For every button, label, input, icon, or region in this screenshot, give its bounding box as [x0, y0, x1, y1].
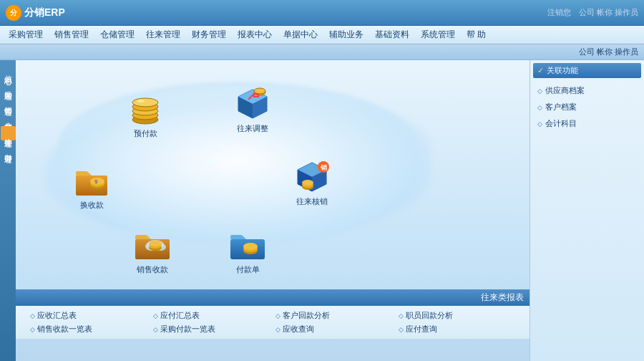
svg-text:销: 销	[320, 164, 328, 171]
logout-text[interactable]: 注销您	[547, 8, 571, 16]
sidebar-item-transactions[interactable]: 往来管理	[1, 126, 16, 140]
logo: 分 分销ERP	[6, 5, 65, 21]
quick-functions-header: 关联功能	[533, 63, 641, 78]
link-staff-payment[interactable]: 职员回款分析	[399, 310, 516, 321]
quick-func-supplier[interactable]: 供应商档案	[533, 82, 641, 99]
main-layout: 信息中心 采购管理 销售管理 仓储管理 往来管理 财务管理	[0, 60, 644, 361]
svg-point-11	[254, 88, 265, 94]
link-purchase-payment-list[interactable]: 采购付款一览表	[153, 324, 270, 334]
quick-functions-label: 关联功能	[547, 65, 578, 76]
collect-label: 换收款	[80, 200, 104, 211]
link-receivable-summary[interactable]: 应收汇总表	[30, 310, 147, 321]
verify-label: 往来核销	[296, 196, 328, 207]
menubar: 采购管理 销售管理 仓储管理 往来管理 财务管理 报表中心 单据中心 辅助业务 …	[0, 26, 644, 44]
verify-icon-img: 销	[293, 160, 331, 195]
table-header-label: 往来类报表	[481, 292, 524, 302]
menu-item-help[interactable]: 帮 助	[461, 27, 492, 43]
payment-label: 付款单	[236, 264, 260, 275]
interchange-icon[interactable]: 往来调整	[234, 87, 271, 134]
prepay-icon-img	[127, 92, 164, 127]
collect-icon[interactable]: $ 换收款	[73, 164, 110, 211]
menu-item-assist[interactable]: 辅助业务	[323, 27, 369, 43]
diagram-area: 预付款	[16, 60, 530, 282]
right-panel: 关联功能 供应商档案 客户档案 会计科目	[530, 60, 644, 361]
verify-icon[interactable]: 销 往来核销	[293, 160, 331, 207]
menu-item-system[interactable]: 系统管理	[415, 27, 461, 43]
logo-icon: 分	[6, 5, 21, 21]
link-receivable-query[interactable]: 应收查询	[275, 324, 393, 334]
prepay-label: 预付款	[134, 128, 157, 139]
menu-item-base[interactable]: 基础资料	[369, 27, 415, 43]
payment-icon-img	[229, 228, 266, 263]
header-right: 注销您 公司 帐你 操作员	[547, 7, 638, 18]
svg-point-34	[149, 241, 162, 246]
menu-item-documents[interactable]: 单据中心	[278, 27, 323, 43]
link-payable-summary[interactable]: 应付汇总表	[153, 310, 270, 321]
sidebar-item-sales[interactable]: 销售管理	[1, 95, 16, 109]
svg-point-26	[302, 180, 313, 186]
link-customer-payment[interactable]: 客户回款分析	[275, 310, 393, 321]
quick-func-customer[interactable]: 客户档案	[533, 99, 641, 115]
sidebar-item-info[interactable]: 信息中心	[1, 63, 16, 77]
link-payable-query[interactable]: 应付查询	[399, 324, 516, 334]
header-info: 公司 帐你 操作员	[579, 8, 638, 16]
sales-receipt-icon[interactable]: 销售收款	[134, 228, 171, 275]
svg-point-38	[243, 243, 258, 250]
menu-item-reports[interactable]: 报表中心	[232, 27, 278, 43]
quick-func-account[interactable]: 会计科目	[533, 115, 641, 132]
interchange-label: 往来调整	[237, 123, 268, 134]
sales-receipt-icon-img	[134, 228, 171, 263]
content-area: 预付款	[16, 60, 530, 361]
menu-item-sales[interactable]: 销售管理	[49, 27, 94, 43]
link-sales-receipt-list[interactable]: 销售收款一览表	[30, 324, 147, 334]
menu-item-warehouse[interactable]: 仓储管理	[94, 27, 140, 43]
sales-receipt-label: 销售收款	[137, 264, 168, 275]
bottom-section: 往来类报表 应收汇总表 应付汇总表 客户回款分析 职员回款分析 销售收款一览表 …	[16, 289, 530, 361]
svg-point-5	[137, 100, 145, 102]
menu-item-finance[interactable]: 财务管理	[186, 27, 232, 43]
table-links: 应收汇总表 应付汇总表 客户回款分析 职员回款分析 销售收款一览表 采购付款一览…	[16, 306, 530, 339]
sidebar-item-warehouse[interactable]: 仓储管理	[1, 110, 16, 125]
collect-icon-img: $	[73, 164, 110, 198]
subheader-info: 公司 帐你 操作员	[579, 47, 638, 57]
subheader: 公司 帐你 操作员	[0, 44, 644, 60]
interchange-icon-img	[234, 87, 271, 122]
logo-text: 分销ERP	[24, 6, 65, 19]
sidebar: 信息中心 采购管理 销售管理 仓储管理 往来管理 财务管理	[0, 60, 16, 361]
prepay-icon[interactable]: 预付款	[127, 92, 164, 139]
svg-text:$: $	[94, 178, 98, 185]
svg-point-4	[132, 98, 158, 107]
sidebar-item-finance[interactable]: 财务管理	[1, 142, 16, 156]
menu-item-purchase[interactable]: 采购管理	[3, 27, 49, 43]
header: 分 分销ERP 注销您 公司 帐你 操作员	[0, 0, 644, 26]
sidebar-item-purchase[interactable]: 采购管理	[1, 79, 16, 93]
payment-icon[interactable]: 付款单	[229, 228, 266, 275]
table-header: 往来类报表	[16, 289, 530, 306]
menu-item-transactions[interactable]: 往来管理	[140, 27, 186, 43]
